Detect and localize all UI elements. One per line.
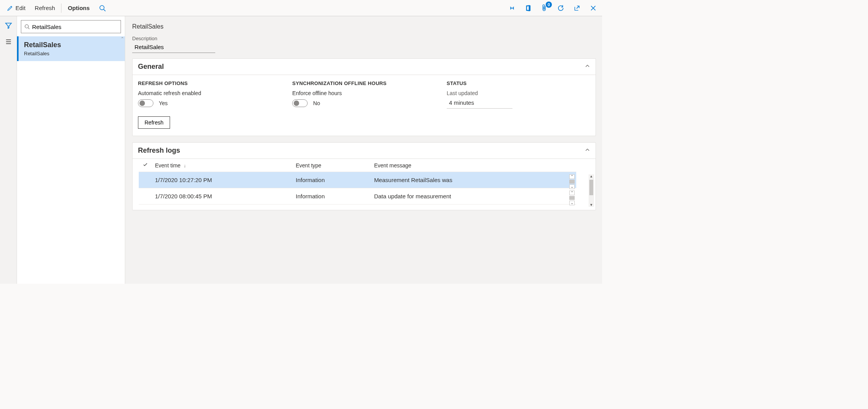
check-icon: [143, 162, 148, 167]
page-title: RetailSales: [132, 23, 596, 30]
status-section: STATUS Last updated 4 minutes: [447, 80, 590, 109]
auto-refresh-label: Automatic refresh enabled: [138, 90, 281, 96]
left-rail: [0, 16, 17, 284]
logs-table: Event time ↓ Event type Event message 1/…: [139, 159, 576, 205]
search-icon: [24, 24, 30, 29]
svg-line-3: [28, 28, 30, 29]
svg-line-1: [104, 9, 106, 11]
refresh-logs-card: Refresh logs Event time ↓: [132, 142, 596, 210]
spinner-track: [569, 196, 575, 200]
list-item-subtitle: RetailSales: [24, 51, 119, 56]
general-card: General REFRESH OPTIONS Automatic refres…: [132, 58, 596, 136]
toolbar-divider: [61, 3, 61, 13]
description-field[interactable]: [132, 44, 215, 53]
refresh-button-toolbar[interactable]: Refresh: [30, 0, 60, 16]
svg-point-2: [25, 25, 29, 28]
enforce-offline-label: Enforce offline hours: [292, 90, 436, 96]
filter-icon[interactable]: [4, 21, 13, 30]
sync-offline-heading: SYNCHRONIZATION OFFLINE HOURS: [292, 80, 436, 86]
sort-desc-icon: ↓: [184, 163, 186, 169]
close-icon[interactable]: [589, 4, 597, 12]
scroll-down-icon[interactable]: ▼: [589, 203, 594, 207]
row-scroll-control[interactable]: ⌃ ⌄: [569, 174, 575, 189]
command-bar-left: Edit Refresh Options: [2, 0, 111, 16]
list-panel: ⌃ RetailSales RetailSales: [17, 16, 125, 284]
options-button[interactable]: Options: [63, 0, 94, 16]
refresh-options-heading: REFRESH OPTIONS: [138, 80, 281, 86]
status-heading: STATUS: [447, 80, 590, 86]
last-updated-label: Last updated: [447, 90, 590, 96]
search-input[interactable]: [32, 24, 117, 30]
office-icon[interactable]: [524, 4, 533, 12]
spinner-up-icon[interactable]: ⌃: [569, 191, 575, 195]
chevron-up-icon: [585, 63, 590, 70]
cell-event-message: Measurement RetailSales was ⌃ ⌄: [371, 172, 576, 188]
popout-icon[interactable]: [573, 4, 581, 12]
list-item[interactable]: RetailSales RetailSales: [17, 36, 125, 61]
cell-event-message: Data update for measurement ⌃ ⌄: [371, 188, 576, 205]
svg-point-0: [100, 5, 104, 10]
cell-event-type: Information: [293, 172, 371, 188]
edit-label: Edit: [15, 5, 26, 11]
description-label: Description: [132, 36, 596, 41]
search-button-toolbar[interactable]: [94, 0, 111, 16]
main-area: ⌃ RetailSales RetailSales RetailSales De…: [0, 16, 602, 284]
column-event-time[interactable]: Event time ↓: [152, 159, 293, 172]
detail-panel: RetailSales Description General REFRESH …: [125, 16, 602, 284]
row-scroll-control[interactable]: ⌃ ⌄: [569, 191, 575, 205]
list-view-icon[interactable]: [4, 37, 13, 46]
refresh-button[interactable]: Refresh: [138, 116, 170, 129]
scroll-up-icon[interactable]: ▲: [589, 174, 594, 178]
spinner-down-icon[interactable]: ⌄: [569, 201, 575, 205]
search-icon: [99, 5, 106, 12]
edit-button[interactable]: Edit: [2, 0, 30, 16]
select-all-column[interactable]: [139, 159, 152, 172]
list-item-title: RetailSales: [24, 41, 119, 49]
scroll-thumb[interactable]: [589, 180, 593, 195]
refresh-options-section: REFRESH OPTIONS Automatic refresh enable…: [138, 80, 281, 107]
cell-event-type: Information: [293, 188, 371, 205]
cell-event-time: 1/7/2020 10:27:20 PM: [152, 172, 293, 188]
refresh-icon[interactable]: [557, 4, 565, 12]
attachments-badge: 0: [546, 2, 552, 8]
chevron-up-icon: [585, 147, 590, 154]
sync-offline-section: SYNCHRONIZATION OFFLINE HOURS Enforce of…: [292, 80, 436, 107]
general-title: General: [138, 63, 164, 71]
detail-header: RetailSales Description: [132, 23, 596, 53]
attachments-icon[interactable]: 0: [540, 4, 549, 12]
options-label: Options: [68, 5, 90, 11]
refresh-logs-body: Event time ↓ Event type Event message 1/…: [133, 159, 596, 210]
general-card-body: REFRESH OPTIONS Automatic refresh enable…: [133, 75, 596, 136]
general-card-header[interactable]: General: [133, 59, 596, 75]
column-event-type[interactable]: Event type: [293, 159, 371, 172]
refresh-logs-header[interactable]: Refresh logs: [133, 143, 596, 159]
auto-refresh-toggle[interactable]: [138, 99, 153, 107]
table-row[interactable]: 1/7/2020 10:27:20 PM Information Measure…: [139, 172, 576, 188]
cell-event-time: 1/7/2020 08:00:45 PM: [152, 188, 293, 205]
pencil-icon: [7, 5, 13, 11]
table-row[interactable]: 1/7/2020 08:00:45 PM Information Data up…: [139, 188, 576, 205]
search-box[interactable]: [21, 20, 121, 33]
command-bar: Edit Refresh Options 0: [0, 0, 602, 16]
refresh-logs-title: Refresh logs: [138, 147, 180, 155]
spinner-track: [569, 180, 575, 184]
column-event-message[interactable]: Event message: [371, 159, 576, 172]
enforce-offline-toggle[interactable]: [292, 99, 308, 107]
related-icon[interactable]: [508, 4, 516, 12]
scroll-up-icon[interactable]: ⌃: [121, 36, 124, 41]
command-bar-right: 0: [508, 4, 600, 12]
enforce-offline-value: No: [313, 100, 320, 106]
last-updated-value: 4 minutes: [447, 99, 512, 109]
refresh-label: Refresh: [35, 5, 55, 11]
spinner-up-icon[interactable]: ⌃: [569, 174, 575, 179]
logs-scrollbar[interactable]: ▲ ▼: [589, 174, 594, 207]
list-container: ⌃ RetailSales RetailSales: [17, 36, 125, 284]
auto-refresh-value: Yes: [159, 100, 168, 106]
